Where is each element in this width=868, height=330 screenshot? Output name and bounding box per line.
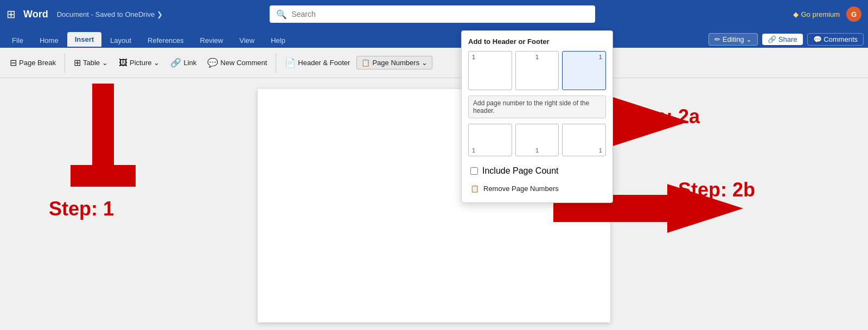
apps-icon[interactable]: ⊞	[7, 8, 16, 21]
page-num-left-bottom[interactable]: 1	[468, 124, 512, 156]
document-label: Document - Saved to OneDrive ❯	[57, 10, 163, 18]
picture-chevron-icon: ⌄	[154, 59, 159, 67]
include-page-count-checkbox[interactable]: Include Page Count	[468, 163, 606, 179]
tab-review[interactable]: Review	[193, 33, 231, 48]
page-numbers-chevron-icon: ⌄	[422, 59, 427, 67]
table-icon: ⊞	[74, 58, 81, 68]
ribbon-toolbar: ⊟ Page Break ⊞ Table ⌄ 🖼 Picture ⌄ 🔗 Lin…	[0, 48, 868, 78]
title-bar-right: ◆ Go premium G	[793, 7, 861, 22]
tab-help[interactable]: Help	[263, 33, 293, 48]
avatar[interactable]: G	[846, 7, 861, 22]
tab-home[interactable]: Home	[32, 33, 66, 48]
table-chevron-icon: ⌄	[102, 59, 108, 67]
tab-view[interactable]: View	[232, 33, 262, 48]
remove-page-numbers-btn[interactable]: 📋 Remove Page Numbers	[468, 181, 606, 196]
diamond-icon: ◆	[793, 10, 799, 18]
page-numbers-button[interactable]: 📋 Page Numbers ⌄	[356, 56, 432, 69]
page-num-right-bottom[interactable]: 1	[562, 124, 606, 156]
comments-button[interactable]: 💬 Comments	[807, 33, 864, 46]
ribbon-right: ✏ Editing ⌄ 🔗 Share 💬 Comments	[709, 33, 864, 48]
page-numbers-icon: 📋	[361, 59, 370, 67]
picture-icon: 🖼	[119, 58, 127, 68]
title-bar: ⊞ Word Document - Saved to OneDrive ❯ 🔍 …	[0, 0, 868, 28]
search-icon: 🔍	[276, 9, 287, 20]
header-footer-button[interactable]: 📄 Header & Footer	[280, 55, 354, 70]
main-area: Step: 1 Step: 2a Step: 2b	[0, 78, 868, 330]
page-number-bottom-grid: 1 1 1	[468, 124, 606, 156]
page-num-center-top[interactable]: 1	[515, 51, 559, 90]
link-button[interactable]: 🔗 Link	[166, 55, 201, 70]
link-icon: 🔗	[170, 58, 181, 68]
page-numbers-dropdown: Add to Header or Footer 1 1 1 Add page n…	[461, 30, 613, 203]
include-page-count-input[interactable]	[470, 167, 478, 175]
separator-1	[65, 53, 65, 73]
header-footer-icon: 📄	[285, 58, 296, 68]
editing-button[interactable]: ✏ Editing ⌄	[709, 33, 758, 46]
page-number-top-grid: 1 1 1	[468, 51, 606, 90]
dropdown-title: Add to Header or Footer	[468, 37, 606, 46]
comment-icon: 💬	[207, 58, 218, 68]
page-num-center-bottom[interactable]: 1	[515, 124, 559, 156]
remove-icon: 📋	[470, 185, 479, 193]
page-num-right-top[interactable]: 1	[562, 51, 606, 90]
share-button[interactable]: 🔗 Share	[762, 34, 802, 45]
go-premium-btn[interactable]: ◆ Go premium	[793, 10, 840, 18]
search-box[interactable]: 🔍	[270, 5, 595, 23]
tab-insert[interactable]: Insert	[67, 32, 101, 48]
document-area	[0, 78, 868, 330]
tooltip-box: Add page number to the right side of the…	[468, 96, 606, 118]
page-break-button[interactable]: ⊟ Page Break	[5, 55, 60, 70]
separator-2	[276, 53, 276, 73]
page-break-icon: ⊟	[10, 58, 17, 68]
tab-file[interactable]: File	[4, 33, 31, 48]
tab-layout[interactable]: Layout	[103, 33, 139, 48]
word-label: Word	[23, 9, 48, 20]
page-num-left-top[interactable]: 1	[468, 51, 512, 90]
picture-button[interactable]: 🖼 Picture ⌄	[114, 56, 164, 70]
new-comment-button[interactable]: 💬 New Comment	[203, 55, 271, 70]
search-input[interactable]	[291, 10, 589, 18]
table-button[interactable]: ⊞ Table ⌄	[69, 55, 112, 70]
tab-references[interactable]: References	[140, 33, 191, 48]
ribbon-tab-bar: File Home Insert Layout References Revie…	[0, 28, 868, 48]
